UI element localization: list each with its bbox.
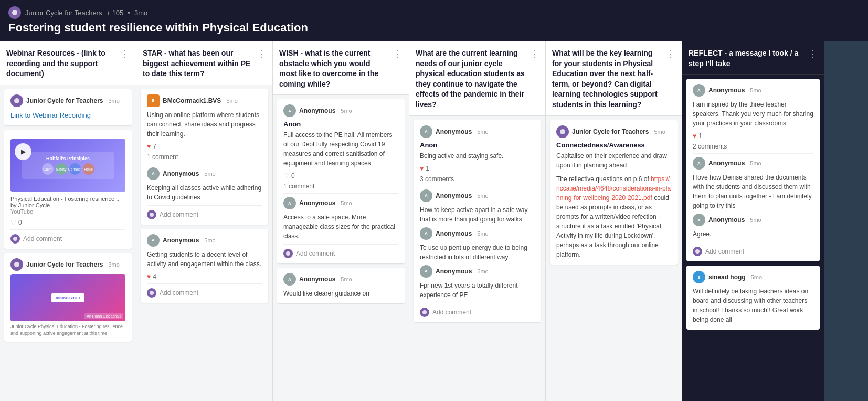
card-user: A Anonymous 5mo bbox=[283, 104, 398, 117]
comment-user: A Anonymous 5mo bbox=[283, 197, 398, 209]
column-wish-menu[interactable]: ⋮ bbox=[389, 48, 403, 60]
column-webinar-title: Webinar Resources - (link to recording a… bbox=[6, 48, 116, 79]
add-comment-label[interactable]: Add comment bbox=[705, 248, 744, 255]
like-button[interactable]: ♥ 1 bbox=[693, 132, 702, 140]
card-actions: ♥ 1 bbox=[693, 132, 813, 140]
comment-count: 1 comment bbox=[283, 183, 398, 190]
column-learning-needs-header: What are the current learning needs of o… bbox=[409, 41, 545, 116]
card-user: A Anonymous 5mo bbox=[693, 84, 813, 97]
user-name: sinead hogg bbox=[708, 273, 746, 281]
like-count: 0 bbox=[18, 219, 22, 226]
card-reflect-1: A Anonymous 5mo I am inspired by the thr… bbox=[686, 79, 820, 261]
user-name: Anonymous bbox=[163, 237, 199, 244]
user-time: 5mo bbox=[477, 268, 488, 275]
like-button[interactable]: ♥ 1 bbox=[420, 165, 429, 172]
comment-text: Access to a safe space. More manageable … bbox=[283, 213, 398, 241]
add-comment: Add comment bbox=[283, 249, 398, 258]
avatar: A bbox=[147, 234, 160, 247]
heart-empty-icon: ♡ bbox=[10, 219, 16, 226]
column-key-learning-title: What will be the key learning for your s… bbox=[552, 48, 662, 110]
card-user: Junior Cycle for Teachers 3mo bbox=[10, 94, 125, 107]
column-reflect-body: A Anonymous 5mo I am inspired by the thr… bbox=[682, 75, 824, 401]
like-count: 4 bbox=[153, 273, 156, 280]
add-comment-label[interactable]: Add comment bbox=[296, 250, 335, 257]
board: Webinar Resources - (link to recording a… bbox=[0, 41, 868, 401]
add-comment-label[interactable]: Add comment bbox=[160, 289, 198, 297]
sub-comment-2-user: A Anonymous 5mo bbox=[420, 227, 535, 240]
add-comment-label[interactable]: Add comment bbox=[23, 235, 62, 242]
card-reflect-2: S sinead hogg 5mo Will definitely be tak… bbox=[686, 266, 820, 330]
column-reflect-menu[interactable]: ⋮ bbox=[804, 48, 818, 60]
sub-comment-2-text: To use up pent up energy due to being re… bbox=[420, 243, 535, 262]
add-comment-label[interactable]: Add comment bbox=[160, 211, 198, 218]
column-star-menu[interactable]: ⋮ bbox=[252, 48, 266, 60]
column-webinar-menu[interactable]: ⋮ bbox=[116, 48, 130, 60]
comment-count: 2 comments bbox=[693, 143, 813, 150]
avatar bbox=[10, 94, 23, 107]
comment-avatar bbox=[10, 234, 20, 244]
like-button[interactable]: ♥ 7 bbox=[147, 143, 156, 150]
heart-icon: ♥ bbox=[420, 165, 424, 172]
sub-comment-1-user: A Anonymous 5mo bbox=[420, 189, 535, 202]
card-user: A Anonymous 5mo bbox=[420, 125, 535, 138]
card-actions: ♥ 4 bbox=[147, 273, 262, 280]
card-text: I am inspired by the three teacher speak… bbox=[693, 100, 813, 128]
avatar bbox=[10, 258, 23, 271]
svg-point-0 bbox=[12, 10, 17, 15]
add-comment-label[interactable]: Add comment bbox=[432, 309, 471, 316]
card-user: Junior Cycle for Teachers 3mo bbox=[10, 258, 125, 271]
column-star-body: B BMcCormack1.BVS 5mo Using an online pl… bbox=[136, 85, 272, 401]
divider bbox=[147, 283, 262, 284]
user-name: Anonymous bbox=[436, 268, 472, 275]
add-comment: Add comment bbox=[420, 308, 535, 317]
comment-avatar: A bbox=[283, 197, 296, 209]
add-comment: Add comment bbox=[693, 247, 813, 256]
card-wish-1: A Anonymous 5mo Anon Full access to the … bbox=[277, 99, 405, 263]
svg-point-4 bbox=[150, 213, 154, 217]
column-wish-title: WISH - what is the current obstacle whic… bbox=[279, 48, 389, 89]
comment-count: 3 comments bbox=[420, 175, 535, 183]
comment-avatar-icon bbox=[693, 247, 702, 256]
card-actions: ♡ 0 bbox=[283, 172, 398, 180]
card-video: Hobfall's Principles Calm Safety Connect… bbox=[4, 130, 132, 249]
comment-avatar-icon bbox=[147, 210, 156, 219]
column-star-header: STAR - what has been our biggest achieve… bbox=[136, 41, 272, 85]
commenter-time: 5mo bbox=[204, 171, 215, 177]
column-learning-needs-body: A Anonymous 5mo Anon Being active and st… bbox=[409, 116, 545, 401]
like-count: 7 bbox=[153, 143, 156, 150]
column-reflect-header: REFLECT - a message I took / a step I'll… bbox=[682, 41, 824, 75]
user-time: 5mo bbox=[341, 108, 352, 114]
comment-avatar: A bbox=[147, 167, 160, 180]
avatar: B bbox=[147, 94, 160, 107]
sub-comment-1-user: A Anonymous 5mo bbox=[693, 157, 813, 170]
like-button[interactable]: ♡ 0 bbox=[283, 172, 295, 180]
user-name: Anonymous bbox=[299, 276, 335, 283]
column-key-learning-menu[interactable]: ⋮ bbox=[662, 48, 675, 60]
heart-icon: ♥ bbox=[147, 273, 151, 280]
svg-point-1 bbox=[14, 98, 19, 103]
like-button[interactable]: ♡ 0 bbox=[10, 219, 22, 226]
column-webinar-header: Webinar Resources - (link to recording a… bbox=[0, 41, 136, 85]
comment-avatar-icon bbox=[283, 249, 293, 258]
video-thumbnail[interactable]: Hobfall's Principles Calm Safety Connect… bbox=[10, 139, 125, 192]
card-star-2: A Anonymous 5mo Getting students to a de… bbox=[141, 229, 268, 303]
user-time: 3mo bbox=[109, 261, 120, 268]
page-title: Fostering student resilience within Phys… bbox=[8, 21, 860, 35]
comment-count: 1 comment bbox=[147, 153, 262, 161]
divider bbox=[283, 193, 398, 194]
user-time: 5mo bbox=[226, 98, 237, 104]
avatar: S bbox=[693, 271, 705, 283]
avatar: A bbox=[420, 189, 432, 202]
user-name: Anonymous bbox=[299, 107, 335, 114]
plus-count: + 105 bbox=[106, 9, 123, 17]
card-doc: Junior Cycle for Teachers 3mo JuniorCYCL… bbox=[4, 253, 132, 342]
column-reflect-title: REFLECT - a message I took / a step I'll… bbox=[689, 48, 804, 69]
like-button[interactable]: ♥ 4 bbox=[147, 273, 156, 280]
link-text[interactable]: Link to Webinar Recording bbox=[10, 110, 125, 121]
user-name: BMcCormack1.BVS bbox=[163, 97, 221, 104]
time-ago: 3mo bbox=[134, 9, 147, 17]
avatar: A bbox=[420, 227, 432, 240]
avatar bbox=[556, 125, 569, 138]
divider bbox=[693, 242, 813, 242]
column-learning-needs-menu[interactable]: ⋮ bbox=[525, 48, 539, 60]
